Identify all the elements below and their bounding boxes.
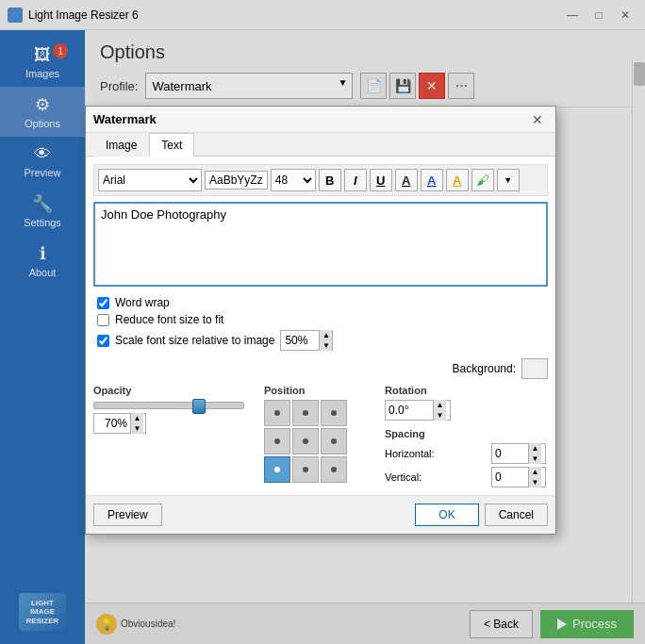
rotation-label: Rotation	[385, 385, 548, 396]
pos-btn-top-right[interactable]	[321, 400, 347, 426]
opacity-spinbox: ▲ ▼	[93, 413, 146, 434]
rotation-spin-buttons: ▲ ▼	[433, 400, 446, 421]
controls-grid: Opacity ▲ ▼	[93, 385, 548, 487]
text-area-container: John Doe Photography	[93, 202, 548, 290]
spacing-label: Spacing	[385, 428, 548, 439]
font-preview: AaBbYyZz	[205, 171, 268, 190]
dialog-titlebar: Watermark ✕	[86, 107, 555, 133]
background-label: Background:	[453, 362, 516, 375]
opacity-val-row: ▲ ▼	[93, 413, 256, 434]
scale-font-label: Scale font size relative to image	[115, 334, 274, 347]
font-color-blue-button[interactable]: A	[421, 169, 443, 191]
opacity-input[interactable]	[94, 416, 130, 431]
rotation-input[interactable]	[386, 403, 433, 418]
horizontal-label: Horizontal:	[385, 448, 486, 459]
rotation-down-button[interactable]: ▼	[433, 410, 446, 421]
horizontal-input[interactable]	[492, 446, 528, 461]
cancel-button[interactable]: Cancel	[485, 504, 548, 526]
horizontal-down-button[interactable]: ▼	[528, 454, 541, 464]
scale-up-button[interactable]: ▲	[319, 330, 332, 340]
bold-button[interactable]: B	[319, 169, 341, 191]
font-color-yellow-button[interactable]: A	[446, 169, 469, 191]
pos-btn-bottom-right[interactable]	[321, 456, 347, 483]
horizontal-spinbox: ▲ ▼	[491, 443, 546, 464]
rotation-spinbox: ▲ ▼	[385, 400, 451, 421]
position-section: Position	[264, 385, 377, 487]
scale-spinbox: ▲ ▼	[280, 330, 333, 351]
reduce-font-row: Reduce font size to fit	[97, 313, 544, 326]
word-wrap-row: Word wrap	[97, 296, 544, 309]
horizontal-up-button[interactable]: ▲	[528, 443, 541, 454]
tab-image[interactable]: Image	[93, 133, 149, 157]
opacity-label: Opacity	[93, 385, 256, 396]
brush-dropdown-button[interactable]: ▼	[497, 169, 520, 191]
preview-button[interactable]: Preview	[93, 504, 162, 526]
background-row: Background:	[93, 358, 548, 379]
tab-text[interactable]: Text	[149, 133, 194, 157]
opacity-spin-buttons: ▲ ▼	[130, 413, 143, 434]
footer-right: OK Cancel	[415, 504, 548, 526]
spacing-grid: Horizontal: ▲ ▼ Vertical:	[385, 443, 548, 487]
opacity-up-button[interactable]: ▲	[130, 413, 143, 423]
watermark-dialog: Watermark ✕ Image Text Arial	[85, 106, 556, 535]
font-family-select[interactable]: Arial	[98, 169, 202, 191]
italic-button[interactable]: I	[344, 169, 367, 191]
text-toolbar: Arial AaBbYyZz 48 B I U A A A 🖌 ▼	[93, 164, 548, 196]
font-color-black-button[interactable]: A	[395, 169, 418, 191]
rotation-up-button[interactable]: ▲	[433, 400, 446, 410]
brush-button[interactable]: 🖌	[471, 169, 494, 191]
opacity-down-button[interactable]: ▼	[130, 423, 143, 434]
main-layout: 🖼 Images 1 ⚙ Options 👁 Preview 🔧 Setting…	[0, 30, 645, 644]
ok-button[interactable]: OK	[415, 504, 478, 526]
vertical-down-button[interactable]: ▼	[528, 477, 541, 487]
dialog-title: Watermark	[93, 112, 157, 126]
scale-input[interactable]	[281, 333, 319, 348]
font-size-select[interactable]: 48	[271, 169, 316, 191]
pos-btn-bottom-left[interactable]	[264, 456, 290, 483]
reduce-font-label: Reduce font size to fit	[115, 313, 223, 326]
opacity-section: Opacity ▲ ▼	[93, 385, 256, 487]
watermark-options-section: Word wrap Reduce font size to fit Scale …	[93, 290, 548, 356]
opacity-slider-track[interactable]	[93, 402, 244, 409]
pos-btn-middle-left[interactable]	[264, 428, 290, 454]
position-grid	[264, 400, 377, 483]
reduce-font-checkbox[interactable]	[97, 314, 109, 326]
pos-btn-top-center[interactable]	[292, 400, 319, 426]
text-input[interactable]: John Doe Photography	[93, 202, 548, 287]
rotation-spacing-section: Rotation ▲ ▼ Spacing	[385, 385, 548, 487]
pos-btn-bottom-center[interactable]	[292, 456, 319, 483]
vertical-spinbox: ▲ ▼	[491, 467, 546, 487]
position-label: Position	[264, 385, 377, 396]
vertical-input[interactable]	[492, 470, 528, 485]
opacity-slider-thumb[interactable]	[192, 399, 206, 414]
dialog-body: Arial AaBbYyZz 48 B I U A A A 🖌 ▼	[86, 157, 555, 495]
dialog-tabs: Image Text	[86, 133, 555, 157]
vertical-up-button[interactable]: ▲	[528, 467, 541, 477]
scale-down-button[interactable]: ▼	[319, 340, 332, 351]
word-wrap-checkbox[interactable]	[97, 297, 109, 309]
underline-button[interactable]: U	[370, 169, 392, 191]
dialog-close-button[interactable]: ✕	[527, 109, 548, 130]
scale-spin-buttons: ▲ ▼	[319, 330, 332, 351]
scale-font-checkbox[interactable]	[97, 335, 109, 347]
vertical-spin-buttons: ▲ ▼	[528, 467, 541, 487]
slider-container	[93, 402, 256, 409]
scale-font-row: Scale font size relative to image ▲ ▼	[97, 330, 544, 351]
dialog-overlay: Watermark ✕ Image Text Arial	[0, 30, 645, 644]
pos-btn-middle-right[interactable]	[321, 428, 347, 454]
pos-btn-middle-center[interactable]	[292, 428, 319, 454]
vertical-label: Vertical:	[385, 471, 486, 483]
pos-btn-top-left[interactable]	[264, 400, 290, 426]
dialog-footer: Preview OK Cancel	[86, 495, 555, 534]
word-wrap-label: Word wrap	[115, 296, 170, 309]
background-color-button[interactable]	[521, 358, 548, 379]
horizontal-spin-buttons: ▲ ▼	[528, 443, 541, 464]
